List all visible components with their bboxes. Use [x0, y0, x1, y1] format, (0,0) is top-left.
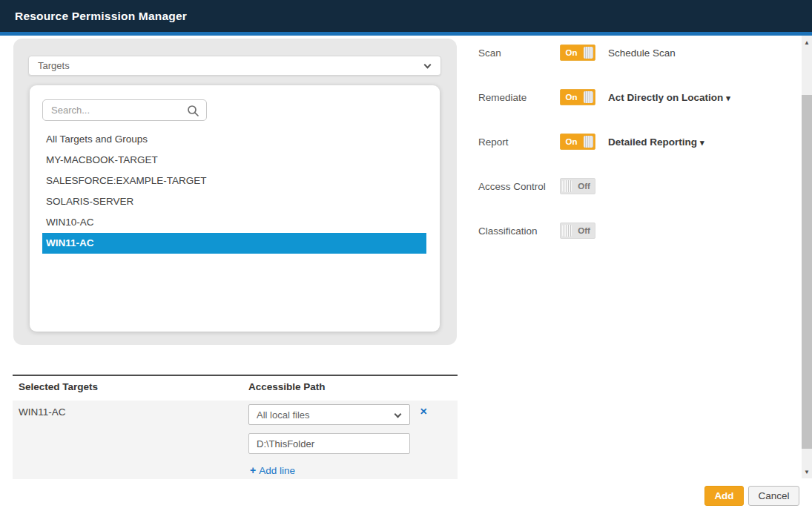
schedule-scan-link[interactable]: Schedule Scan [608, 47, 676, 59]
accent-divider [0, 32, 812, 36]
target-picker-container: Targets All Targets and Groups MY-MACBOO… [13, 39, 457, 345]
scan-toggle[interactable]: On [560, 45, 595, 61]
vertical-scrollbar[interactable]: ▲ ▼ [802, 36, 812, 478]
path-type-select-value: All local files [257, 409, 310, 421]
search-icon [187, 105, 199, 117]
option-row-remediate: Remediate On Act Directly on Location▾ [478, 89, 797, 105]
table-row: WIN11-AC All local files ✕ +Add line [13, 401, 458, 479]
toggle-grip-icon [584, 136, 593, 148]
scroll-down-icon[interactable]: ▼ [802, 467, 812, 477]
chevron-down-icon [395, 411, 402, 418]
toggle-grip-icon [562, 225, 572, 237]
option-row-access-control: Access Control Off [478, 178, 797, 194]
option-row-report: Report On Detailed Reporting▾ [478, 134, 797, 150]
option-row-scan: Scan On Schedule Scan [478, 45, 797, 61]
search-box [42, 99, 207, 121]
access-control-label: Access Control [478, 181, 546, 192]
add-button[interactable]: Add [704, 486, 744, 506]
caret-down-icon: ▾ [700, 138, 704, 147]
toggle-grip-icon [562, 180, 572, 192]
add-line-button[interactable]: +Add line [250, 464, 295, 476]
search-input[interactable] [43, 100, 180, 120]
classification-label: Classification [478, 225, 538, 237]
dialog-title: Resource Permission Manager [15, 10, 187, 23]
toggle-grip-icon [584, 91, 593, 103]
act-directly-dropdown[interactable]: Act Directly on Location▾ [608, 92, 730, 103]
path-type-select[interactable]: All local files [248, 404, 410, 425]
option-row-classification: Classification Off [478, 223, 797, 239]
column-header-selected-targets: Selected Targets [19, 381, 98, 392]
targets-type-select-value: Targets [38, 60, 70, 71]
access-control-toggle[interactable]: Off [560, 178, 595, 194]
table-top-divider [13, 375, 458, 376]
chevron-down-icon [424, 62, 432, 69]
target-list-item[interactable]: MY-MACBOOK-TARGET [42, 150, 426, 171]
detailed-reporting-dropdown[interactable]: Detailed Reporting▾ [608, 136, 704, 148]
dialog-titlebar: Resource Permission Manager [0, 0, 812, 32]
target-list-panel: All Targets and Groups MY-MACBOOK-TARGET… [30, 85, 440, 332]
scroll-up-icon[interactable]: ▲ [802, 37, 812, 47]
target-list-item-selected[interactable]: WIN11-AC [42, 233, 426, 254]
path-input[interactable] [248, 433, 410, 454]
target-list-item[interactable]: All Targets and Groups [42, 129, 426, 150]
target-list-item[interactable]: WIN10-AC [42, 212, 426, 233]
cancel-button[interactable]: Cancel [748, 486, 799, 506]
remediate-toggle[interactable]: On [560, 89, 595, 105]
target-list-item[interactable]: SOLARIS-SERVER [42, 191, 426, 212]
column-header-accessible-path: Accessible Path [248, 381, 326, 392]
selected-target-name: WIN11-AC [19, 406, 66, 418]
toggle-grip-icon [584, 47, 593, 59]
report-toggle[interactable]: On [560, 134, 595, 150]
remediate-label: Remediate [478, 92, 527, 103]
report-label: Report [478, 136, 509, 148]
classification-toggle[interactable]: Off [560, 223, 595, 239]
targets-type-select[interactable]: Targets [28, 56, 441, 76]
remove-row-button[interactable]: ✕ [420, 406, 427, 417]
target-list: All Targets and Groups MY-MACBOOK-TARGET… [30, 129, 440, 254]
scan-label: Scan [478, 47, 501, 59]
scrollbar-thumb[interactable] [802, 95, 812, 449]
target-list-item[interactable]: SALESFORCE:EXAMPLE-TARGET [42, 171, 426, 191]
caret-down-icon: ▾ [726, 93, 730, 102]
resource-permission-manager-dialog: Resource Permission Manager Targets All … [0, 0, 812, 514]
plus-icon: + [250, 464, 256, 476]
